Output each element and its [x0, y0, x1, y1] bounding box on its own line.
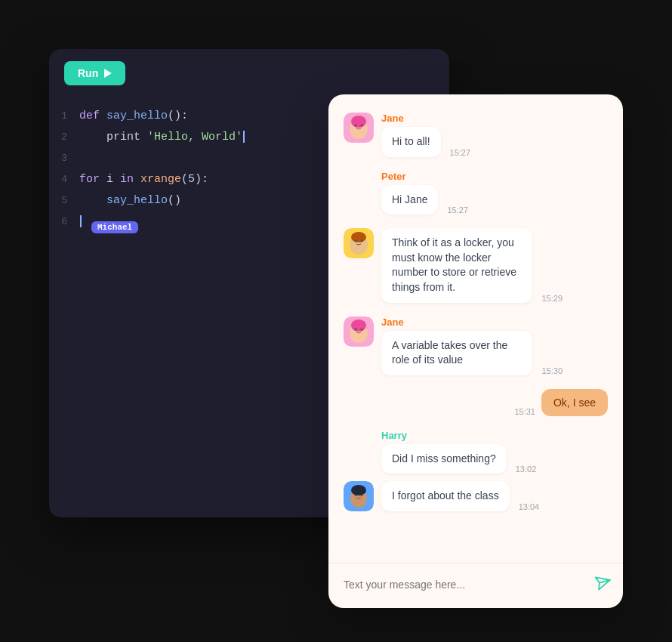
line-number-2: 2	[49, 131, 79, 143]
harry-forgot-content: I forgot about the class 13:04	[381, 481, 539, 511]
code-content-5: say_hello()	[79, 194, 181, 207]
peter-hi-bubble: Hi Jane	[381, 185, 438, 215]
svg-point-21	[351, 485, 366, 495]
function-call: say_hello	[106, 194, 168, 207]
builtin-xrange: xrange	[140, 173, 181, 186]
message-row-peter-locker: Think of it as a locker, you must know t…	[344, 228, 608, 302]
cursor-2	[80, 215, 82, 227]
message-group-peter-hi: Peter Hi Jane 15:27	[344, 171, 608, 215]
message-group-jane-variable: Jane A variable takes over the role of i…	[344, 316, 608, 375]
harry-forgot-bubble-row: I forgot about the class 13:04	[381, 481, 539, 511]
line-number-6: 6	[49, 216, 79, 227]
message-row-peter-hi: Peter Hi Jane 15:27	[344, 171, 608, 215]
sender-jane-2: Jane	[381, 316, 563, 328]
svg-point-16	[355, 328, 357, 330]
run-label: Run	[78, 67, 98, 79]
line-number-4: 4	[49, 174, 79, 185]
line-number-1: 1	[49, 110, 79, 122]
own-message-row: 15:31 Ok, I see	[344, 389, 608, 416]
avatar-placeholder-peter	[344, 171, 374, 201]
keyword-for: for	[79, 173, 106, 186]
jane-variable-bubble-row: A variable takes over the role of its va…	[381, 331, 563, 375]
jane-variable-time: 15:30	[541, 366, 563, 375]
own-bubble: Ok, I see	[541, 389, 608, 416]
code-content-4: for i in xrange(5):	[79, 173, 208, 186]
chat-input[interactable]	[344, 579, 584, 591]
line-number-3: 3	[49, 153, 79, 164]
jane-hi-content: Jane Hi to all! 15:27	[381, 113, 470, 157]
avatar-jane	[344, 113, 374, 143]
line-number-5: 5	[49, 195, 79, 206]
jane-hi-time: 15:27	[450, 148, 471, 157]
sender-harry: Harry	[381, 430, 536, 441]
svg-point-10	[355, 240, 357, 242]
peter-hi-content: Peter Hi Jane 15:27	[381, 171, 468, 215]
chat-panel: Jane Hi to all! 15:27 Peter Hi Jan	[328, 94, 623, 608]
avatar-peter	[344, 228, 374, 258]
jane-variable-content: Jane A variable takes over the role of i…	[381, 316, 563, 375]
sender-peter: Peter	[381, 171, 468, 182]
peter-hi-time: 15:27	[447, 205, 468, 215]
code-content-3	[79, 152, 86, 165]
message-group-peter-locker: Think of it as a locker, you must know t…	[344, 228, 608, 302]
harry-forgot-time: 13:04	[519, 502, 540, 511]
function-name: say_hello	[106, 110, 168, 122]
own-time: 15:31	[514, 407, 535, 416]
run-button[interactable]: Run	[64, 61, 125, 85]
keyword-in: in	[120, 173, 140, 186]
peter-locker-bubble: Think of it as a locker, you must know t…	[381, 228, 532, 302]
svg-point-4	[355, 125, 357, 127]
peter-locker-bubble-row: Think of it as a locker, you must know t…	[381, 228, 563, 302]
svg-point-3	[351, 116, 366, 128]
svg-point-11	[361, 240, 363, 242]
message-group-harry: Harry Did I miss something? 13:02	[344, 430, 608, 512]
harry-miss-bubble: Did I miss something?	[381, 444, 507, 474]
play-icon	[104, 69, 112, 78]
peter-hi-bubble-row: Hi Jane 15:27	[381, 185, 468, 215]
svg-point-15	[351, 319, 366, 332]
editor-toolbar: Run	[49, 49, 449, 97]
jane-hi-bubble-row: Hi to all! 15:27	[381, 127, 470, 157]
message-group-jane-hi: Jane Hi to all! 15:27	[344, 113, 608, 157]
harry-miss-time: 13:02	[516, 465, 537, 474]
chat-input-area	[328, 563, 623, 608]
message-row-harry-forgot: I forgot about the class 13:04	[344, 481, 608, 511]
harry-forgot-bubble: I forgot about the class	[381, 481, 510, 511]
sender-jane: Jane	[381, 113, 470, 124]
peter-locker-content: Think of it as a locker, you must know t…	[381, 228, 563, 302]
string-value: 'Hello, World'	[147, 131, 242, 144]
code-content-6	[79, 215, 82, 227]
svg-point-17	[361, 328, 363, 330]
code-content-1: def say_hello():	[79, 110, 188, 122]
harry-miss-content: Harry Did I miss something? 13:02	[381, 430, 536, 474]
badge-michael: Michael	[91, 221, 138, 233]
message-group-own: 15:31 Ok, I see	[344, 389, 608, 416]
send-icon[interactable]	[587, 571, 612, 597]
peter-locker-time: 15:29	[541, 294, 563, 303]
chat-messages: Jane Hi to all! 15:27 Peter Hi Jan	[328, 94, 623, 563]
message-row-jane-hi: Jane Hi to all! 15:27	[344, 113, 608, 157]
svg-point-23	[361, 494, 363, 496]
cursor	[243, 131, 245, 143]
avatar-placeholder-harry	[344, 430, 374, 460]
harry-miss-bubble-row: Did I miss something? 13:02	[381, 444, 536, 474]
message-row-jane-variable: Jane A variable takes over the role of i…	[344, 316, 608, 375]
svg-point-5	[361, 125, 363, 127]
keyword-def: def	[79, 110, 106, 122]
scene: Run 1 def say_hello(): 2 print 'Hello, W…	[49, 49, 623, 593]
jane-variable-bubble: A variable takes over the role of its va…	[381, 331, 532, 375]
message-row-harry-miss: Harry Did I miss something? 13:02	[344, 430, 608, 474]
code-content-2: print 'Hello, World'	[79, 131, 245, 144]
avatar-harry	[344, 481, 374, 511]
svg-point-22	[355, 494, 357, 496]
jane-hi-bubble: Hi to all!	[381, 127, 441, 157]
avatar-jane-2	[344, 316, 374, 347]
